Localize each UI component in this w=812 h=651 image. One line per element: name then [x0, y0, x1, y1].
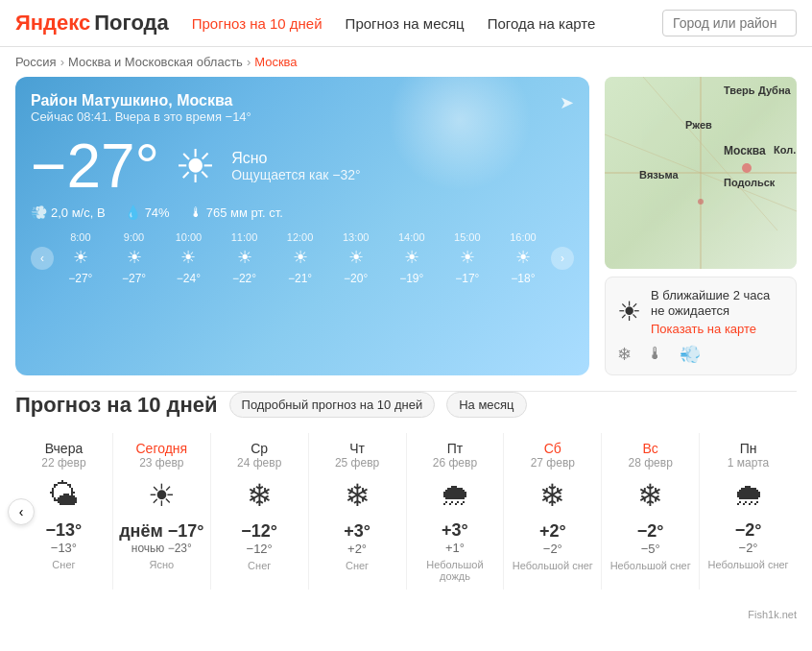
- hourly-items: 8:00 ☀ −27° 9:00 ☀ −27° 10:00 ☀ −24° 11:…: [54, 231, 551, 285]
- hourly-time: 8:00: [70, 231, 90, 243]
- humidity-value: 74%: [145, 205, 170, 220]
- day-item[interactable]: Ср 24 февр ❄ −12° −12° Снег: [211, 433, 309, 590]
- nav-10days[interactable]: Прогноз на 10 дней: [192, 15, 322, 32]
- map-background: Тверь Дубна Ржев Москва Подольск Вязьма …: [605, 77, 797, 269]
- district-label: Район Матушкино, Москва: [31, 92, 574, 109]
- pressure-icon: 🌡: [189, 205, 203, 220]
- day-date: 25 февр: [315, 456, 400, 470]
- weather-details: 💨 2,0 м/с, В 💧 74% 🌡 765 мм рт. ст.: [31, 205, 574, 220]
- day-item[interactable]: Чт 25 февр ❄ +3° +2° Снег: [309, 433, 407, 590]
- wind-detail: 💨 2,0 м/с, В: [31, 205, 106, 220]
- day-temp-high: −2°: [608, 521, 693, 542]
- navigation-icon: ➤: [560, 92, 574, 113]
- pressure-value: 765 мм рт. ст.: [206, 205, 283, 220]
- day-item[interactable]: Сб 27 февр ❄ +2° −2° Небольшой снег: [504, 433, 602, 590]
- hourly-temp: −22°: [232, 272, 256, 285]
- day-name: Ср: [217, 441, 302, 456]
- near-forecast-inner: ☀ В ближайшие 2 часа не ожидается Показа…: [617, 287, 784, 336]
- day-icon: 🌧: [705, 477, 791, 513]
- sun-icon: ☀: [175, 139, 216, 193]
- logo: Яндекс Погода: [15, 11, 169, 36]
- header: Яндекс Погода Прогноз на 10 дней Прогноз…: [0, 0, 812, 47]
- hourly-icon: ☀: [293, 247, 308, 268]
- hourly-temp: −18°: [511, 272, 535, 285]
- day-icon: ❄: [510, 477, 595, 514]
- hourly-temp: −19°: [399, 272, 423, 285]
- day-temp-high: днём −17°: [119, 521, 204, 542]
- near-snow-icon: ❄: [617, 344, 632, 365]
- day-date: 27 февр: [510, 456, 595, 470]
- day-name: Пн: [705, 441, 791, 456]
- near-forecast-text: В ближайшие 2 часа не ожидается: [651, 288, 770, 318]
- hourly-temp: −21°: [288, 272, 312, 285]
- day-temp-low: −5°: [608, 542, 693, 556]
- hourly-icon: ☀: [127, 247, 142, 268]
- nav-map[interactable]: Погода на карте: [488, 15, 596, 32]
- hourly-prev-button[interactable]: ‹: [31, 247, 54, 270]
- day-condition: Небольшой снег: [705, 559, 791, 570]
- days-prev-button[interactable]: ‹: [8, 498, 35, 525]
- day-icon: ☀: [119, 477, 204, 514]
- days-container-wrapper: ‹ Вчера 22 февр 🌤 −13° −13° Снег Сегодня…: [15, 433, 797, 590]
- day-icon: 🌧: [413, 477, 498, 513]
- day-temp-sub: ночью −23°: [119, 542, 204, 555]
- forecast-title: Прогноз на 10 дней: [15, 393, 218, 418]
- day-temp-low: +1°: [413, 541, 498, 555]
- humidity-icon: 💧: [125, 205, 141, 220]
- hourly-time: 15:00: [454, 231, 481, 243]
- pressure-detail: 🌡 765 мм рт. ст.: [189, 205, 283, 220]
- near-forecast-link[interactable]: Показать на карте: [651, 322, 784, 336]
- day-name: Сб: [510, 441, 595, 456]
- day-temp-low: −2°: [510, 542, 595, 556]
- hourly-time: 12:00: [287, 231, 314, 243]
- forecast-header: Прогноз на 10 дней Подробный прогноз на …: [15, 392, 797, 418]
- hourly-next-button[interactable]: ›: [551, 247, 574, 270]
- breadcrumb-region[interactable]: Москва и Московская область: [68, 55, 243, 69]
- time-label: Сейчас 08:41. Вчера в это время −14°: [31, 109, 574, 124]
- hourly-time: 10:00: [176, 231, 203, 243]
- days-row: Вчера 22 февр 🌤 −13° −13° Снег Сегодня 2…: [15, 433, 797, 590]
- hourly-temp: −20°: [344, 272, 368, 285]
- hourly-item: 13:00 ☀ −20°: [343, 231, 370, 285]
- hourly-icon: ☀: [404, 247, 419, 268]
- watermark: Fish1k.net: [0, 605, 812, 624]
- detailed-forecast-button[interactable]: Подробный прогноз на 10 дней: [229, 392, 436, 418]
- day-temp-low: −12°: [217, 542, 302, 556]
- hourly-temp: −24°: [177, 272, 201, 285]
- hourly-icon: ☀: [180, 247, 196, 268]
- logo-pogoda: Погода: [94, 11, 168, 36]
- month-forecast-button[interactable]: На месяц: [446, 392, 526, 418]
- hourly-icon: ☀: [515, 247, 531, 268]
- nav-month[interactable]: Прогноз на месяц: [346, 15, 465, 32]
- condition-block: Ясно Ощущается как −32°: [231, 150, 361, 182]
- near-weather-icon: ☀: [617, 296, 641, 327]
- humidity-detail: 💧 74%: [125, 205, 170, 220]
- hourly-icon: ☀: [460, 247, 475, 268]
- day-temp-high: −13°: [21, 520, 107, 541]
- breadcrumb-city[interactable]: Москва: [254, 55, 297, 69]
- map-label-podolsk: Подольск: [724, 177, 775, 188]
- hourly-icon: ☀: [237, 247, 252, 268]
- wind-icon: 💨: [31, 205, 47, 220]
- day-condition: Ясно: [119, 559, 204, 570]
- day-temp-high: +2°: [510, 521, 595, 542]
- breadcrumb-russia[interactable]: Россия: [15, 55, 57, 69]
- day-name: Пт: [413, 441, 498, 456]
- day-date: 22 февр: [21, 456, 107, 470]
- day-item[interactable]: Сегодня 23 февр ☀ днём −17° ночью −23° Я…: [113, 433, 211, 590]
- day-condition: Небольшой снег: [510, 560, 595, 571]
- day-item[interactable]: Пн 1 марта 🌧 −2° −2° Небольшой снег: [700, 433, 797, 590]
- city-search-input[interactable]: [662, 10, 797, 36]
- widget-header: Район Матушкино, Москва Сейчас 08:41. Вч…: [31, 92, 574, 124]
- day-item[interactable]: Пт 26 февр 🌧 +3° +1° Небольшой дождь: [407, 433, 505, 590]
- hourly-icon: ☀: [348, 247, 364, 268]
- day-date: 24 февр: [217, 456, 302, 470]
- day-condition: Снег: [315, 560, 400, 571]
- map-label-tver: Тверь: [724, 84, 755, 96]
- map-label-vyazma: Вязьма: [639, 169, 679, 181]
- svg-point-4: [742, 163, 752, 173]
- hourly-item: 12:00 ☀ −21°: [287, 231, 314, 285]
- svg-point-5: [698, 199, 704, 205]
- near-temp-icon: 🌡: [647, 344, 664, 365]
- day-item[interactable]: Вс 28 февр ❄ −2° −5° Небольшой снег: [602, 433, 700, 590]
